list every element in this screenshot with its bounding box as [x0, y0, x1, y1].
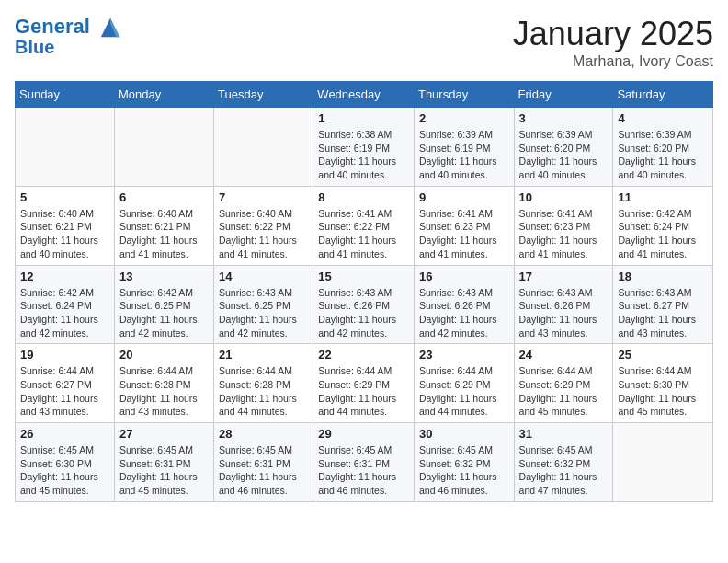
day-info: Sunrise: 6:45 AM Sunset: 6:30 PM Dayligh… [20, 443, 109, 498]
day-info: Sunrise: 6:39 AM Sunset: 6:20 PM Dayligh… [618, 128, 708, 182]
day-info: Sunrise: 6:43 AM Sunset: 6:26 PM Dayligh… [519, 286, 609, 340]
calendar-cell: 6Sunrise: 6:40 AM Sunset: 6:21 PM Daylig… [114, 186, 213, 265]
day-number: 21 [219, 348, 308, 362]
calendar-cell: 24Sunrise: 6:44 AM Sunset: 6:29 PM Dayli… [514, 344, 613, 423]
day-number: 27 [119, 427, 209, 441]
title-block: January 2025 Marhana, Ivory Coast [513, 15, 713, 70]
calendar-week-row: 5Sunrise: 6:40 AM Sunset: 6:21 PM Daylig… [16, 186, 713, 265]
day-info: Sunrise: 6:45 AM Sunset: 6:31 PM Dayligh… [119, 443, 209, 498]
day-number: 8 [318, 190, 409, 204]
header-friday: Friday [514, 82, 613, 108]
month-title: January 2025 [513, 15, 713, 53]
day-info: Sunrise: 6:40 AM Sunset: 6:22 PM Dayligh… [219, 207, 308, 261]
day-number: 11 [618, 190, 708, 204]
calendar-cell: 27Sunrise: 6:45 AM Sunset: 6:31 PM Dayli… [114, 423, 213, 502]
day-number: 28 [219, 427, 308, 441]
day-number: 24 [519, 348, 609, 362]
calendar-week-row: 19Sunrise: 6:44 AM Sunset: 6:27 PM Dayli… [16, 344, 713, 423]
calendar-cell: 28Sunrise: 6:45 AM Sunset: 6:31 PM Dayli… [214, 423, 313, 502]
day-number: 29 [318, 427, 409, 441]
calendar-week-row: 12Sunrise: 6:42 AM Sunset: 6:24 PM Dayli… [16, 265, 713, 344]
header-tuesday: Tuesday [214, 82, 313, 108]
calendar-cell: 25Sunrise: 6:44 AM Sunset: 6:30 PM Dayli… [613, 344, 713, 423]
calendar-cell: 23Sunrise: 6:44 AM Sunset: 6:29 PM Dayli… [414, 344, 514, 423]
header-wednesday: Wednesday [313, 82, 415, 108]
day-info: Sunrise: 6:44 AM Sunset: 6:28 PM Dayligh… [219, 364, 308, 419]
calendar-cell [613, 423, 713, 502]
day-number: 7 [219, 190, 308, 204]
header-monday: Monday [114, 82, 213, 108]
day-number: 22 [318, 348, 409, 362]
day-info: Sunrise: 6:41 AM Sunset: 6:22 PM Dayligh… [318, 207, 409, 261]
header-saturday: Saturday [613, 82, 713, 108]
day-number: 2 [419, 111, 509, 125]
day-number: 25 [618, 348, 708, 362]
calendar-cell: 18Sunrise: 6:43 AM Sunset: 6:27 PM Dayli… [613, 265, 713, 344]
calendar-cell [214, 108, 313, 187]
calendar-cell: 22Sunrise: 6:44 AM Sunset: 6:29 PM Dayli… [313, 344, 415, 423]
day-number: 12 [20, 270, 109, 283]
day-info: Sunrise: 6:43 AM Sunset: 6:26 PM Dayligh… [318, 286, 409, 340]
logo: General Blue [15, 15, 125, 57]
day-info: Sunrise: 6:43 AM Sunset: 6:26 PM Dayligh… [419, 286, 509, 340]
calendar-cell: 31Sunrise: 6:45 AM Sunset: 6:32 PM Dayli… [514, 423, 613, 502]
day-info: Sunrise: 6:39 AM Sunset: 6:19 PM Dayligh… [419, 128, 509, 182]
calendar-cell: 21Sunrise: 6:44 AM Sunset: 6:28 PM Dayli… [214, 344, 313, 423]
day-info: Sunrise: 6:45 AM Sunset: 6:31 PM Dayligh… [318, 443, 409, 498]
calendar-header-row: SundayMondayTuesdayWednesdayThursdayFrid… [16, 82, 713, 108]
day-number: 19 [20, 348, 109, 362]
day-number: 23 [419, 348, 509, 362]
calendar-cell: 12Sunrise: 6:42 AM Sunset: 6:24 PM Dayli… [16, 265, 115, 344]
day-info: Sunrise: 6:40 AM Sunset: 6:21 PM Dayligh… [20, 207, 109, 261]
day-number: 20 [119, 348, 209, 362]
calendar-cell: 5Sunrise: 6:40 AM Sunset: 6:21 PM Daylig… [16, 186, 115, 265]
calendar-cell [114, 108, 213, 187]
calendar-cell: 3Sunrise: 6:39 AM Sunset: 6:20 PM Daylig… [514, 108, 613, 187]
day-number: 26 [20, 427, 109, 441]
day-info: Sunrise: 6:41 AM Sunset: 6:23 PM Dayligh… [419, 207, 509, 261]
calendar-cell: 14Sunrise: 6:43 AM Sunset: 6:25 PM Dayli… [214, 265, 313, 344]
day-info: Sunrise: 6:44 AM Sunset: 6:30 PM Dayligh… [618, 364, 708, 419]
day-number: 10 [519, 190, 609, 204]
day-info: Sunrise: 6:44 AM Sunset: 6:27 PM Dayligh… [20, 364, 109, 419]
day-number: 13 [119, 270, 209, 283]
header-sunday: Sunday [16, 82, 115, 108]
day-info: Sunrise: 6:44 AM Sunset: 6:29 PM Dayligh… [519, 364, 609, 419]
calendar-cell: 29Sunrise: 6:45 AM Sunset: 6:31 PM Dayli… [313, 423, 415, 502]
day-number: 9 [419, 190, 509, 204]
calendar-week-row: 1Sunrise: 6:38 AM Sunset: 6:19 PM Daylig… [16, 108, 713, 187]
calendar-cell: 16Sunrise: 6:43 AM Sunset: 6:26 PM Dayli… [414, 265, 514, 344]
day-info: Sunrise: 6:45 AM Sunset: 6:32 PM Dayligh… [419, 443, 509, 498]
day-number: 15 [318, 270, 409, 283]
calendar-cell: 1Sunrise: 6:38 AM Sunset: 6:19 PM Daylig… [313, 108, 415, 187]
day-number: 1 [318, 111, 409, 125]
calendar-cell [16, 108, 115, 187]
calendar-cell: 19Sunrise: 6:44 AM Sunset: 6:27 PM Dayli… [16, 344, 115, 423]
calendar-table: SundayMondayTuesdayWednesdayThursdayFrid… [15, 81, 713, 502]
day-info: Sunrise: 6:44 AM Sunset: 6:28 PM Dayligh… [119, 364, 209, 419]
day-number: 14 [219, 270, 308, 283]
day-info: Sunrise: 6:40 AM Sunset: 6:21 PM Dayligh… [119, 207, 209, 261]
calendar-cell: 26Sunrise: 6:45 AM Sunset: 6:30 PM Dayli… [16, 423, 115, 502]
calendar-cell: 11Sunrise: 6:42 AM Sunset: 6:24 PM Dayli… [613, 186, 713, 265]
day-number: 18 [618, 270, 708, 283]
day-info: Sunrise: 6:43 AM Sunset: 6:27 PM Dayligh… [618, 286, 708, 340]
day-info: Sunrise: 6:38 AM Sunset: 6:19 PM Dayligh… [318, 128, 409, 182]
day-info: Sunrise: 6:44 AM Sunset: 6:29 PM Dayligh… [419, 364, 509, 419]
day-info: Sunrise: 6:42 AM Sunset: 6:24 PM Dayligh… [618, 207, 708, 261]
day-number: 17 [519, 270, 609, 283]
header-thursday: Thursday [414, 82, 514, 108]
day-number: 6 [119, 190, 209, 204]
day-info: Sunrise: 6:42 AM Sunset: 6:25 PM Dayligh… [119, 286, 209, 340]
day-number: 31 [519, 427, 609, 441]
day-info: Sunrise: 6:45 AM Sunset: 6:32 PM Dayligh… [519, 443, 609, 498]
calendar-week-row: 26Sunrise: 6:45 AM Sunset: 6:30 PM Dayli… [16, 423, 713, 502]
calendar-cell: 17Sunrise: 6:43 AM Sunset: 6:26 PM Dayli… [514, 265, 613, 344]
calendar-cell: 4Sunrise: 6:39 AM Sunset: 6:20 PM Daylig… [613, 108, 713, 187]
calendar-cell: 15Sunrise: 6:43 AM Sunset: 6:26 PM Dayli… [313, 265, 415, 344]
calendar-cell: 8Sunrise: 6:41 AM Sunset: 6:22 PM Daylig… [313, 186, 415, 265]
calendar-cell: 7Sunrise: 6:40 AM Sunset: 6:22 PM Daylig… [214, 186, 313, 265]
day-info: Sunrise: 6:39 AM Sunset: 6:20 PM Dayligh… [519, 128, 609, 182]
day-info: Sunrise: 6:42 AM Sunset: 6:24 PM Dayligh… [20, 286, 109, 340]
logo-icon [97, 15, 123, 40]
